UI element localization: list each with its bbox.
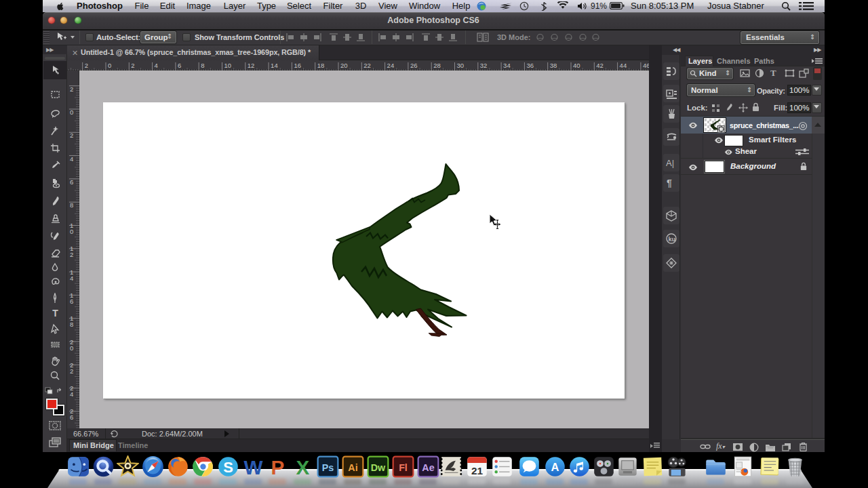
svg-text:A|: A| — [666, 158, 674, 168]
svg-text:P: P — [271, 456, 285, 479]
svg-text:S: S — [223, 459, 233, 476]
svg-text:W: W — [243, 456, 262, 479]
svg-text:Dw: Dw — [371, 462, 386, 473]
svg-text:¶: ¶ — [667, 178, 672, 188]
svg-text:ku: ku — [669, 236, 676, 243]
svg-text:Ae: Ae — [422, 462, 434, 473]
svg-text:Ai: Ai — [348, 462, 357, 473]
svg-text:Ps: Ps — [322, 462, 334, 473]
svg-text:Fl: Fl — [399, 462, 408, 473]
svg-text:A: A — [551, 461, 559, 473]
svg-text:21: 21 — [471, 465, 484, 476]
svg-text:X: X — [296, 456, 310, 479]
